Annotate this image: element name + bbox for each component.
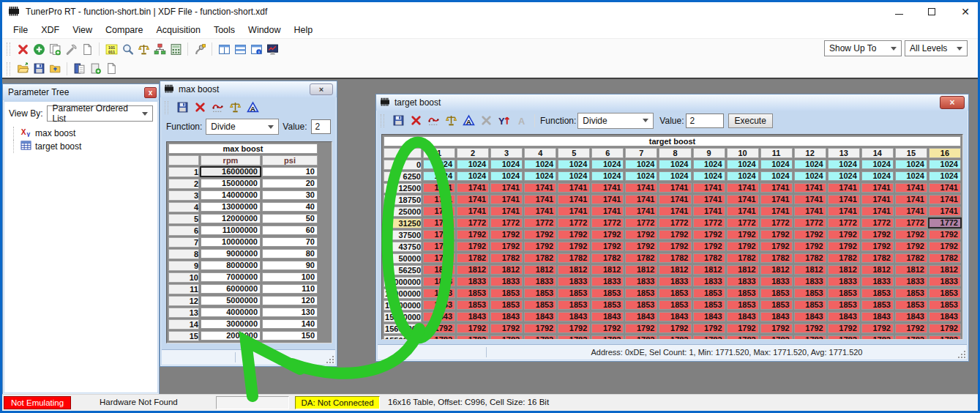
table-cell[interactable]: 1782: [794, 335, 826, 340]
menu-tools[interactable]: Tools: [207, 23, 242, 37]
execute-button[interactable]: Execute: [728, 114, 773, 128]
table-cell[interactable]: 1792: [490, 324, 523, 333]
table-cell[interactable]: 1843: [625, 312, 657, 321]
table-cell[interactable]: 1843: [861, 312, 894, 321]
table-cell[interactable]: 1782: [929, 335, 961, 340]
table-cell[interactable]: 1782: [828, 253, 860, 263]
table-cell[interactable]: 1792: [524, 324, 556, 333]
table-cell[interactable]: 1782: [693, 253, 725, 263]
delete-x-icon[interactable]: [408, 114, 424, 128]
column-header-14[interactable]: 14: [861, 148, 894, 158]
table-cell[interactable]: 1792: [727, 242, 759, 251]
table-cell[interactable]: 1853: [659, 300, 691, 310]
menu-file[interactable]: File: [7, 23, 34, 37]
table-cell[interactable]: 1792: [490, 230, 523, 239]
row-header[interactable]: 16: [168, 343, 199, 343]
table-cell[interactable]: 1772: [727, 218, 759, 228]
maximize-button[interactable]: [928, 8, 935, 15]
max-boost-value-input[interactable]: 2: [311, 119, 332, 134]
table-cell[interactable]: 1782: [760, 335, 793, 340]
cell-psi[interactable]: 130: [262, 308, 318, 317]
table-cell[interactable]: 1792: [895, 230, 927, 239]
window-info-icon[interactable]: i: [248, 42, 264, 56]
row-header-25000[interactable]: 25000: [384, 206, 422, 217]
table-cell[interactable]: 1853: [625, 289, 657, 298]
table-cell[interactable]: 1792: [828, 230, 860, 239]
table-cell[interactable]: 1741: [625, 183, 657, 193]
table-cell[interactable]: 1741: [591, 195, 624, 204]
table-cell[interactable]: 1782: [625, 253, 657, 263]
cell-psi[interactable]: 110: [262, 284, 318, 294]
table-cell[interactable]: 1024: [524, 171, 556, 181]
cell-psi[interactable]: 160: [262, 343, 318, 343]
table-cell[interactable]: 1741: [659, 206, 691, 216]
table-cell[interactable]: 1782: [457, 253, 489, 263]
row-header-18750[interactable]: 18750: [384, 195, 422, 205]
table-cell[interactable]: 1853: [828, 289, 860, 298]
table-cell[interactable]: 1782: [693, 335, 725, 340]
table-cell[interactable]: 1792: [591, 242, 624, 251]
table-cell[interactable]: 1853: [558, 300, 590, 310]
table-cell[interactable]: 1843: [828, 312, 860, 321]
table-cell[interactable]: 1853: [659, 289, 691, 298]
table-cell[interactable]: 1024: [558, 171, 590, 181]
cell-rpm[interactable]: 13000000: [201, 202, 261, 212]
row-header-15900000[interactable]: 15900000: [384, 289, 422, 299]
table-cell[interactable]: 1741: [727, 206, 759, 216]
table-cell[interactable]: 1853: [693, 289, 725, 298]
table-cell[interactable]: 1782: [591, 253, 624, 263]
row-header[interactable]: 6: [168, 226, 199, 236]
table-cell[interactable]: 1833: [760, 277, 793, 286]
table-cell[interactable]: 1843: [490, 312, 523, 321]
row-header-6250[interactable]: 6250: [384, 171, 422, 182]
table-cell[interactable]: 1741: [929, 183, 961, 193]
table-cell[interactable]: 1772: [693, 218, 725, 228]
table-cell[interactable]: 1843: [457, 312, 489, 321]
table-cell[interactable]: 1792: [423, 242, 455, 251]
row-header-31250[interactable]: 31250: [384, 218, 422, 228]
table-cell[interactable]: 1741: [558, 183, 590, 193]
table-cell[interactable]: 1024: [861, 171, 894, 181]
table-cell[interactable]: 1812: [895, 265, 927, 275]
table-cell[interactable]: 1853: [727, 289, 759, 298]
table-cell[interactable]: 1812: [760, 265, 793, 275]
table-cell[interactable]: 1741: [727, 183, 759, 193]
layout-columns-icon[interactable]: [216, 42, 232, 56]
copy-icon[interactable]: [47, 42, 63, 56]
row-header-37500[interactable]: 37500: [384, 230, 422, 240]
row-header[interactable]: 4: [168, 202, 199, 212]
table-cell[interactable]: 1782: [558, 253, 590, 263]
table-cell[interactable]: 1024: [625, 171, 657, 181]
row-header-43750[interactable]: 43750: [384, 242, 422, 252]
table-cell[interactable]: 1792: [659, 324, 691, 333]
table-cell[interactable]: 1741: [895, 183, 927, 193]
row-header[interactable]: 1: [168, 167, 199, 177]
menu-compare[interactable]: Compare: [99, 23, 149, 37]
row-header-15600000[interactable]: 15600000: [384, 324, 422, 334]
probe-icon[interactable]: [192, 42, 208, 56]
table-cell[interactable]: 1741: [861, 206, 894, 216]
table-cell[interactable]: 1772: [423, 218, 455, 228]
table-cell[interactable]: 1024: [524, 160, 556, 169]
table-cell[interactable]: 1782: [524, 253, 556, 263]
table-cell[interactable]: 1792: [760, 324, 793, 333]
table-cell[interactable]: 1782: [828, 335, 860, 340]
folder-up-icon[interactable]: [47, 62, 63, 76]
table-cell[interactable]: 1853: [794, 289, 826, 298]
table-cell[interactable]: 1024: [929, 160, 961, 169]
row-header-15700000[interactable]: 15700000: [384, 312, 422, 322]
table-cell[interactable]: 1782: [558, 335, 590, 340]
calculator-icon[interactable]: [168, 42, 184, 56]
table-cell[interactable]: 1843: [693, 312, 725, 321]
table-cell[interactable]: 1853: [558, 289, 590, 298]
table-cell[interactable]: 1853: [760, 300, 793, 310]
table-cell[interactable]: 1853: [727, 300, 759, 310]
table-cell[interactable]: 1741: [794, 183, 826, 193]
table-cell[interactable]: 1853: [423, 289, 455, 298]
cell-psi[interactable]: 10: [262, 167, 318, 176]
table-cell[interactable]: 1792: [423, 230, 455, 239]
table-cell[interactable]: 1024: [794, 160, 826, 169]
table-cell[interactable]: 1024: [659, 160, 691, 169]
row-header[interactable]: 9: [168, 261, 199, 271]
row-header[interactable]: 14: [168, 319, 199, 330]
